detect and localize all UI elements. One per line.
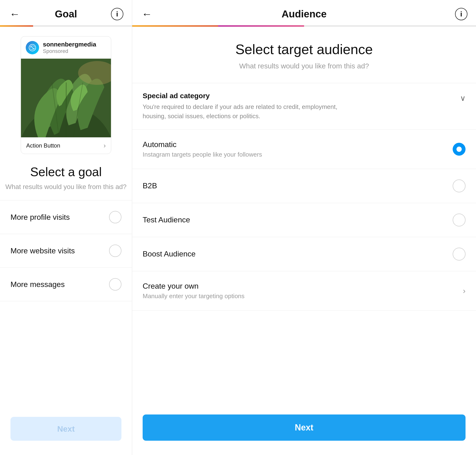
goal-radio-more-messages[interactable] — [109, 278, 121, 291]
left-info-button[interactable]: i — [111, 8, 123, 20]
special-ad-text-block: Special ad category You're required to d… — [143, 92, 460, 121]
goal-option-more-messages[interactable]: More messages — [0, 268, 132, 301]
audience-option-automatic-subtitle: Instagram targets people like your follo… — [143, 151, 453, 158]
goal-radio-profile-visits[interactable] — [109, 211, 121, 223]
goal-label-profile-visits: More profile visits — [10, 213, 70, 222]
audience-title: Select target audience — [132, 41, 476, 58]
audience-option-test-audience[interactable]: Test Audience — [132, 203, 476, 237]
goal-label-website-visits: More website visits — [10, 246, 75, 255]
audience-option-boost-audience[interactable]: Boost Audience — [132, 237, 476, 271]
left-progress-seg1 — [0, 25, 33, 27]
action-chevron-right-icon: › — [103, 142, 106, 149]
left-page-title: Goal — [55, 8, 77, 20]
audience-option-test-left: Test Audience — [143, 215, 453, 224]
left-back-arrow-icon: ← — [9, 8, 20, 20]
goal-option-website-visits[interactable]: More website visits — [0, 234, 132, 268]
create-own-option[interactable]: Create your own Manually enter your targ… — [132, 271, 476, 310]
audience-option-boost-title: Boost Audience — [143, 250, 453, 258]
create-own-title: Create your own — [143, 282, 463, 291]
special-ad-category-section[interactable]: Special ad category You're required to d… — [132, 83, 476, 130]
right-back-arrow-icon: ← — [142, 8, 152, 20]
audience-radio-b2b[interactable] — [453, 179, 466, 192]
special-ad-title: Special ad category — [143, 92, 460, 100]
create-own-left: Create your own Manually enter your targ… — [143, 282, 463, 300]
audience-option-b2b-left: B2B — [143, 181, 453, 190]
ad-account-name: sonnenbergmedia — [43, 41, 96, 48]
audience-subtitle: What results would you like from this ad… — [132, 62, 476, 70]
audience-radio-test[interactable] — [453, 214, 466, 227]
create-own-subtitle: Manually enter your targeting options — [143, 292, 463, 300]
right-panel-content: Select target audience What results woul… — [132, 27, 476, 455]
audience-option-test-title: Test Audience — [143, 215, 453, 224]
left-panel: ← Goal i sonnenbergmedia Sponsored — [0, 0, 132, 455]
left-progress-seg3 — [66, 25, 99, 27]
left-next-button[interactable]: Next — [10, 417, 121, 441]
ad-preview-header: sonnenbergmedia Sponsored — [21, 36, 111, 59]
left-progress-seg2 — [33, 25, 66, 27]
right-page-title: Audience — [281, 8, 326, 20]
left-progress-bar — [0, 25, 132, 27]
special-ad-description: You're required to declare if your ads a… — [143, 102, 357, 121]
audience-option-b2b-title: B2B — [143, 181, 453, 190]
audience-radio-automatic[interactable] — [453, 143, 466, 156]
audience-option-b2b[interactable]: B2B — [132, 169, 476, 203]
avatar — [26, 41, 39, 54]
goals-list: More profile visits More website visits … — [0, 200, 132, 301]
special-ad-chevron-down-icon: ∨ — [460, 94, 466, 103]
right-back-button[interactable]: ← — [141, 7, 153, 21]
left-progress-seg4 — [99, 25, 132, 27]
left-back-button[interactable]: ← — [8, 7, 21, 21]
goal-radio-website-visits[interactable] — [109, 244, 121, 257]
create-own-chevron-right-icon: › — [463, 286, 466, 295]
right-next-button[interactable]: Next — [143, 414, 466, 441]
audience-option-automatic[interactable]: Automatic Instagram targets people like … — [132, 130, 476, 169]
audience-radio-boost[interactable] — [453, 248, 466, 260]
right-panel: ← Audience i Select target audience What… — [132, 0, 476, 455]
left-header: ← Goal i — [0, 0, 132, 21]
select-goal-subtitle: What results would you like from this ad… — [0, 183, 132, 191]
right-header: ← Audience i — [132, 0, 476, 21]
select-goal-title: Select a goal — [0, 164, 132, 179]
audience-option-automatic-title: Automatic — [143, 140, 453, 149]
ad-sponsored-label: Sponsored — [43, 48, 96, 54]
ad-preview-image — [21, 59, 111, 137]
right-info-button[interactable]: i — [455, 8, 468, 20]
action-button-label: Action Button — [26, 142, 60, 149]
audience-option-automatic-left: Automatic Instagram targets people like … — [143, 140, 453, 158]
ad-action-bar[interactable]: Action Button › — [21, 137, 111, 154]
audience-option-boost-left: Boost Audience — [143, 250, 453, 258]
goal-option-profile-visits[interactable]: More profile visits — [0, 200, 132, 234]
goal-label-more-messages: More messages — [10, 280, 65, 289]
ad-preview-card: sonnenbergmedia Sponsored — [21, 36, 111, 154]
